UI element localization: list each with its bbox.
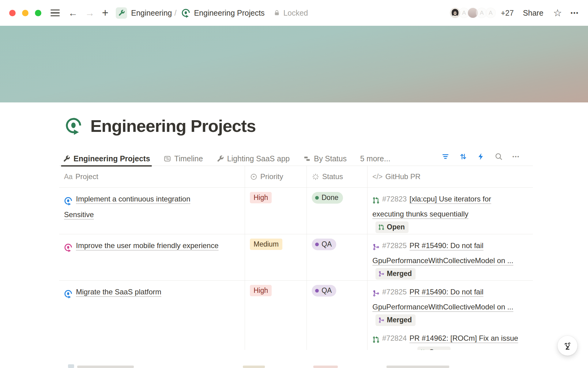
tab-label: Lighting SaaS app: [227, 154, 290, 163]
filter-icon[interactable]: [441, 152, 450, 161]
clipped-next-row: [386, 366, 449, 368]
tab-label: Timeline: [174, 154, 203, 163]
git-merge-icon: [378, 271, 384, 277]
clipped-next-row: [313, 366, 338, 368]
table-row: Migrate the SaaS platform High QA #72825…: [59, 281, 533, 350]
status-dot: [315, 243, 319, 246]
column-header-github-pr[interactable]: </> GitHub PR: [368, 166, 533, 187]
locked-toggle[interactable]: Locked: [273, 9, 308, 17]
pr-number: #72824: [382, 334, 407, 342]
git-merge-icon: [372, 240, 379, 254]
git-merge-icon: [378, 317, 384, 323]
project-page-link[interactable]: Improve the user mobile friendly experie…: [76, 241, 219, 250]
tab-engineering-projects[interactable]: Engineering Projects: [63, 154, 150, 163]
member-avatars[interactable]: A A A: [449, 7, 496, 19]
board-icon: [303, 155, 311, 163]
hammer-icon: [217, 155, 224, 163]
project-cell[interactable]: Implement a continuous integration Sensi…: [59, 188, 245, 240]
project-page-link[interactable]: Implement a continuous integration Sensi…: [64, 195, 190, 219]
view-actions: •••: [441, 152, 520, 161]
project-iteration-icon: [64, 240, 73, 254]
notion-ai-button[interactable]: [557, 335, 578, 356]
status-dot: [315, 196, 319, 200]
project-page-link[interactable]: Migrate the SaaS platform: [76, 288, 161, 296]
pr-state-chip[interactable]: Open: [417, 347, 450, 350]
git-pull-request-icon: [372, 193, 379, 207]
status-pill: Done: [312, 192, 343, 204]
table-row: Improve the user mobile friendly experie…: [59, 234, 533, 281]
breadcrumb-workspace[interactable]: Engineering: [131, 9, 172, 17]
timeline-icon: [164, 155, 171, 163]
workspace-hammer-icon[interactable]: [116, 7, 127, 19]
new-page-icon[interactable]: +: [102, 7, 108, 18]
back-icon[interactable]: ←: [68, 8, 78, 18]
sort-icon[interactable]: [459, 152, 467, 161]
priority-cell[interactable]: Medium: [245, 234, 307, 286]
tab-lighting-saas-app[interactable]: Lighting SaaS app: [217, 154, 290, 163]
priority-badge: High: [250, 285, 272, 296]
tab-label: By Status: [314, 154, 347, 163]
status-pill: QA: [312, 285, 336, 297]
page-cover-image: [0, 26, 588, 102]
breadcrumb-separator: /: [174, 9, 176, 17]
more-views-button[interactable]: 5 more...: [360, 154, 390, 163]
github-pr-cell[interactable]: #72823[xla:cpu] Use iterators for execut…: [368, 188, 533, 240]
page-title[interactable]: Engineering Projects: [90, 116, 256, 136]
pr-number: #72825: [382, 241, 407, 250]
column-label: Project: [75, 172, 98, 181]
favorite-star-icon[interactable]: ☆: [553, 8, 562, 18]
close-window-button[interactable]: [9, 10, 16, 16]
zoom-window-button[interactable]: [35, 10, 41, 16]
avatar[interactable]: [449, 7, 461, 19]
project-iteration-icon: [64, 194, 73, 208]
view-tabs: Engineering Projects Timeline Lighting S…: [63, 151, 390, 166]
page-header: Engineering Projects: [65, 116, 256, 136]
share-button[interactable]: Share: [523, 9, 544, 17]
project-cell[interactable]: Improve the user mobile friendly experie…: [59, 234, 245, 286]
pr-state-chip[interactable]: Merged: [375, 314, 416, 326]
column-header-status[interactable]: Status: [307, 166, 368, 187]
tab-label: Engineering Projects: [74, 154, 150, 163]
status-cell[interactable]: QA: [307, 281, 368, 350]
select-type-icon: [250, 173, 258, 181]
breadcrumb-page[interactable]: Engineering Projects: [194, 9, 265, 17]
pr-number: #72825: [382, 288, 407, 296]
view-more-icon[interactable]: •••: [512, 154, 520, 160]
column-header-priority[interactable]: Priority: [245, 166, 307, 187]
clipped-next-row: [77, 366, 134, 368]
wrench-icon: [63, 155, 70, 163]
git-merge-icon: [372, 286, 379, 300]
avatar[interactable]: A: [485, 7, 496, 19]
clipped-next-row: [243, 366, 265, 368]
git-pull-request-icon: [378, 224, 384, 230]
avatar-overflow-count[interactable]: +27: [501, 9, 514, 17]
column-header-project[interactable]: Aa Project: [59, 166, 245, 187]
priority-cell[interactable]: High: [245, 281, 307, 350]
page-title-iteration-icon[interactable]: [65, 117, 82, 135]
forward-icon[interactable]: →: [85, 8, 95, 18]
breadcrumb: Engineering / Engineering Projects: [116, 7, 265, 19]
pr-number: #72823: [382, 195, 407, 203]
window-toolbar: ← → + Engineering / Engineering Projects…: [0, 0, 588, 26]
github-pr-cell[interactable]: #72825PR #15490: Do not fail GpuPerforma…: [368, 234, 533, 286]
clipped-next-row: [68, 364, 74, 368]
priority-cell[interactable]: High: [245, 188, 307, 240]
status-cell[interactable]: QA: [307, 234, 368, 286]
status-cell[interactable]: Done: [307, 188, 368, 240]
database-table: Aa Project Priority Status </> GitHub PR…: [59, 166, 533, 350]
tab-timeline[interactable]: Timeline: [164, 154, 203, 163]
pr-state-chip[interactable]: Merged: [375, 268, 416, 279]
status-type-icon: [312, 173, 319, 181]
traffic-lights: [9, 10, 41, 16]
status-dot: [315, 289, 319, 293]
sidebar-toggle-icon[interactable]: [51, 10, 60, 16]
minimize-window-button[interactable]: [22, 10, 28, 16]
github-pr-cell[interactable]: #72825PR #15490: Do not fail GpuPerforma…: [368, 281, 533, 350]
project-cell[interactable]: Migrate the SaaS platform: [59, 281, 245, 350]
pr-state-chip[interactable]: Open: [375, 221, 409, 233]
search-icon[interactable]: [495, 152, 503, 161]
more-options-icon[interactable]: •••: [571, 10, 579, 17]
tab-by-status[interactable]: By Status: [303, 154, 347, 163]
page-iteration-icon: [181, 8, 190, 18]
automation-bolt-icon[interactable]: [477, 152, 485, 161]
